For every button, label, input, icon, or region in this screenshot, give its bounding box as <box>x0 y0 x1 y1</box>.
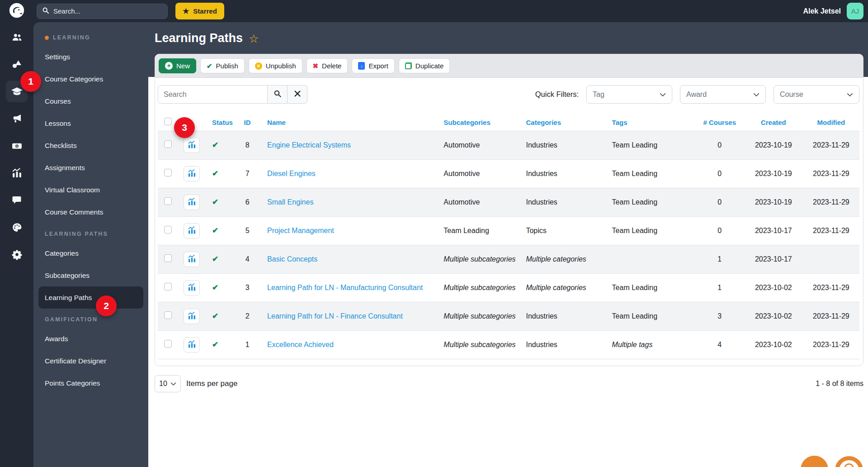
sidebar-item-settings[interactable]: Settings <box>33 46 148 68</box>
learning-path-link[interactable]: Learning Path for LN - Finance Consultan… <box>267 312 403 320</box>
unpublish-button[interactable]: ×Unpublish <box>249 58 302 73</box>
clear-search-button[interactable] <box>288 85 307 104</box>
duplicate-button[interactable]: Duplicate <box>399 58 450 73</box>
cell-categories: Industries <box>521 131 607 160</box>
sidebar-item-learning-paths[interactable]: Learning Paths <box>38 286 143 309</box>
annotation-badge-3: 3 <box>174 117 195 138</box>
items-per-page-label: Items per page <box>186 379 237 388</box>
app-window: ★ Starred Alek Jetsel AJ <box>0 0 868 467</box>
cell-subcategories: Automotive <box>437 160 521 188</box>
user-name: Alek Jetsel <box>803 7 841 15</box>
preview-chart-button[interactable] <box>184 309 200 324</box>
cell-tags: Team Leading <box>608 188 695 217</box>
sidebar-item-assignments[interactable]: Assignments <box>33 157 148 179</box>
row-checkbox[interactable] <box>164 340 172 348</box>
shapes-icon <box>11 59 22 70</box>
topbar-user-area: Alek Jetsel AJ <box>803 3 868 19</box>
filter-select-award[interactable]: Award <box>680 85 766 104</box>
filter-select-tag[interactable]: Tag <box>586 85 672 104</box>
cell-tags: Team Leading <box>608 274 695 302</box>
page-title: Learning Paths <box>155 31 243 45</box>
button-label: Export <box>368 62 388 70</box>
rail-item-design[interactable] <box>0 214 33 241</box>
sidebar-item-certificate-designer[interactable]: Certificate Designer <box>33 350 148 372</box>
cell-subcategories: Multiple subcategories <box>437 274 521 302</box>
rail-item-reports[interactable] <box>0 159 33 186</box>
rail-item-settings[interactable] <box>0 241 33 268</box>
starred-button[interactable]: ★ Starred <box>175 3 224 19</box>
table-header-row: StatusIDNameSubcategoriesCategoriesTags#… <box>158 114 859 131</box>
app-logo[interactable] <box>0 2 33 21</box>
table-search-button[interactable] <box>268 85 288 104</box>
table-search-group <box>158 85 307 104</box>
sidebar-item-courses[interactable]: Courses <box>33 90 148 112</box>
new-button[interactable]: +New <box>159 58 196 73</box>
annotation-badge-1: 1 <box>20 71 41 92</box>
page-size-select[interactable]: 10 <box>155 375 181 392</box>
filter-select-course[interactable]: Course <box>774 85 859 104</box>
learning-path-link[interactable]: Small Engines <box>267 198 313 206</box>
learning-path-link[interactable]: Engine Electrical Systems <box>267 141 351 149</box>
preview-chart-button[interactable] <box>184 280 200 295</box>
learning-path-link[interactable]: Learning Path for LN - Manufacturing Con… <box>267 284 423 291</box>
table-search-input[interactable] <box>158 85 268 104</box>
column-header-modified: Modified <box>803 114 859 131</box>
learning-path-link[interactable]: Basic Concepts <box>267 255 317 263</box>
rail-item-sales[interactable] <box>0 132 33 159</box>
preview-chart-button[interactable] <box>184 195 200 210</box>
cell-select <box>158 274 178 302</box>
learning-path-link[interactable]: Diesel Engines <box>267 170 316 177</box>
select-all-checkbox[interactable] <box>164 118 172 125</box>
rail-item-people[interactable] <box>0 24 33 51</box>
sidebar-item-lessons[interactable]: Lessons <box>33 112 148 134</box>
main-area: Learning Paths ☆ +New✔Publish×Unpublish✖… <box>148 22 868 467</box>
table-row: ✔1Excellence AchievedMultiple subcategor… <box>158 331 859 359</box>
sidebar-item-checklists[interactable]: Checklists <box>33 134 148 157</box>
sidebar-item-subcategories[interactable]: Subcategories <box>33 264 148 286</box>
avatar[interactable]: AJ <box>847 3 863 19</box>
cell-courses: 4 <box>695 331 744 359</box>
row-checkbox[interactable] <box>164 254 172 262</box>
annotation-badge-2: 2 <box>96 295 117 316</box>
delete-button[interactable]: ✖Delete <box>307 58 348 73</box>
sidebar-item-course-categories[interactable]: Course Categories <box>33 68 148 90</box>
rail-item-messages[interactable] <box>0 186 33 214</box>
row-checkbox[interactable] <box>164 169 172 176</box>
preview-chart-button[interactable] <box>184 337 200 353</box>
row-checkbox[interactable] <box>164 140 172 148</box>
sidebar-item-course-comments[interactable]: Course Comments <box>33 201 148 223</box>
export-button[interactable]: ↓Export <box>352 58 394 73</box>
learning-path-link[interactable]: Project Management <box>267 227 334 234</box>
check-icon: ✔ <box>207 62 212 70</box>
cell-preview <box>178 302 206 331</box>
sidebar-item-virtual-classroom[interactable]: Virtual Classroom <box>33 179 148 201</box>
status-published-icon: ✔ <box>212 340 218 349</box>
preview-chart-button[interactable] <box>184 223 200 238</box>
banknote-icon <box>11 140 23 152</box>
cell-modified <box>803 245 859 274</box>
preview-chart-button[interactable] <box>184 252 200 267</box>
cell-select <box>158 131 178 160</box>
rail-item-marketing[interactable] <box>0 105 33 132</box>
global-search-input[interactable] <box>53 7 162 15</box>
cell-preview <box>178 274 206 302</box>
sidebar-item-points-categories[interactable]: Points Categories <box>33 372 148 394</box>
cell-status: ✔ <box>206 245 235 274</box>
status-published-icon: ✔ <box>212 312 218 320</box>
table-row: ✔2Learning Path for LN - Finance Consult… <box>158 302 859 331</box>
row-checkbox[interactable] <box>164 283 172 291</box>
chart-icon <box>187 140 197 151</box>
row-checkbox[interactable] <box>164 197 172 205</box>
learning-path-link[interactable]: Excellence Achieved <box>267 341 334 348</box>
preview-chart-button[interactable] <box>184 166 200 181</box>
sidebar-item-categories[interactable]: Categories <box>33 242 148 264</box>
favorite-star-icon[interactable]: ☆ <box>249 33 259 44</box>
cell-created: 2023-10-19 <box>744 188 803 217</box>
row-checkbox[interactable] <box>164 311 172 319</box>
sidebar-item-awards[interactable]: Awards <box>33 328 148 350</box>
graduation-cap-icon <box>11 86 23 97</box>
preview-chart-button[interactable] <box>184 138 200 153</box>
publish-button[interactable]: ✔Publish <box>200 58 245 73</box>
quick-filters: Quick Filters: TagAwardCourse <box>535 85 859 104</box>
row-checkbox[interactable] <box>164 226 172 234</box>
